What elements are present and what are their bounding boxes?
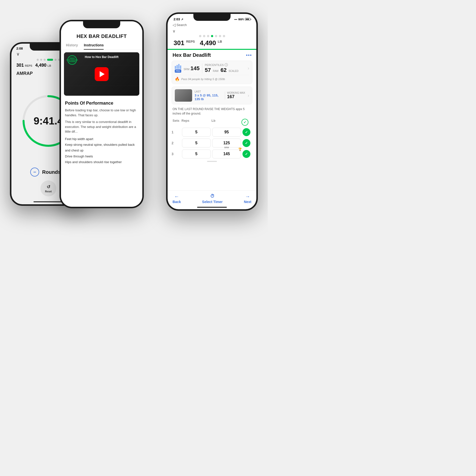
dot-2 — [40, 59, 42, 61]
notch-mid — [83, 21, 120, 28]
home-indicator-left — [33, 201, 63, 202]
instruction-text-1: Before loading trap bar, choose to use l… — [65, 108, 138, 118]
col-sets: Sets — [173, 119, 181, 126]
percentile-values: 57 RAW 62 SCALED — [205, 67, 245, 73]
rdot-4-active — [211, 35, 213, 37]
set-reps-1[interactable]: 5 — [182, 128, 211, 137]
exercise-name-row: Hex Bar Deadlift — [168, 52, 256, 60]
set-lb-3[interactable]: 145 — [212, 149, 241, 158]
divider — [202, 63, 202, 73]
set-reps-3[interactable]: 5 — [182, 149, 211, 158]
bullet-4: Hips and shoulders should rise together — [65, 159, 138, 165]
set-lb-3-wrapper: 145 5RM 🏆 — [212, 149, 241, 158]
pro-badge: PRO — [175, 69, 181, 73]
instructions-content: Points Of Performance Before loading tra… — [61, 98, 142, 207]
set-check-3[interactable]: ✓ — [242, 150, 250, 158]
bullet-2: Keep strong neutral spine, shoulders pul… — [65, 142, 138, 153]
big-stats-right: 301 REPS 4,490 LB — [168, 39, 256, 49]
table-header: Sets Reps Lb ✓ — [168, 118, 256, 127]
col-lb: Lb — [211, 119, 241, 126]
rdot-1 — [199, 35, 201, 37]
dot-4-active — [47, 59, 53, 61]
back-search-label: Search — [177, 23, 187, 27]
video-bg: DREESPERFORMANCETRAINING — [64, 52, 139, 96]
rm-section: 5RM 145 — [184, 65, 200, 72]
back-button[interactable]: ← Back — [173, 194, 181, 204]
rm-percentile-card: PRO 5RM 145 PERCENTILES i — [172, 60, 252, 84]
bottom-nav: ← Back ⏱ Select Timer → Next — [168, 190, 256, 206]
exercise-thumbnail — [175, 89, 192, 102]
page-dots-right — [168, 34, 256, 39]
video-brand-badge: DREESPERFORMANCETRAINING — [67, 55, 77, 65]
dot-1 — [37, 59, 39, 61]
rdot-3 — [207, 35, 209, 37]
last-label: LAST — [195, 90, 220, 93]
status-icons-right: ▪▪▪ WiFi — [234, 18, 250, 21]
stat-reps-left: 301 REPS — [16, 63, 32, 68]
exercise-header-mid: HEX BAR DEADLIFT — [61, 32, 142, 41]
dot-3 — [44, 59, 46, 61]
exercise-name: Hex Bar Deadlift — [173, 52, 211, 58]
video-thumbnail[interactable]: DREESPERFORMANCETRAINING How to Hex Bar … — [64, 52, 139, 96]
green-accent-bar — [168, 49, 256, 50]
more-options-button[interactable] — [246, 55, 251, 56]
chevron-right-icon[interactable]: › — [248, 66, 249, 71]
bullet-1: Feet hip width apart — [65, 136, 138, 142]
tab-instructions[interactable]: Instructions — [84, 41, 104, 50]
next-button[interactable]: → Next — [244, 194, 251, 204]
play-icon — [100, 71, 105, 77]
fire-icon: 🔥 — [175, 77, 180, 81]
rdot-6 — [219, 35, 221, 37]
chevron-down-icon[interactable]: ∨ — [16, 51, 20, 57]
big-stat-reps: 301 REPS — [174, 39, 195, 47]
back-arrow-icon: ◁ — [173, 23, 176, 27]
info-icon[interactable]: i — [225, 63, 228, 66]
fire-row: 🔥 Pass 94 people by hitting 5 @ 150lb — [175, 75, 249, 81]
timer-display: 9:41.4 — [33, 115, 63, 127]
video-title: How to Hex Bar Deadlift — [85, 55, 119, 59]
chevron-down-right[interactable]: ∨ — [168, 29, 256, 34]
set-row-1: 1 5 95 ✓ — [168, 127, 256, 138]
set-lb-1[interactable]: 95 — [212, 128, 241, 137]
back-row[interactable]: ◁ Search — [168, 22, 256, 29]
status-time-right: 2:03 ↗ — [174, 17, 183, 21]
set-row-3: 3 5 145 5RM 🏆 ✓ — [168, 149, 256, 159]
fire-text: Pass 94 people by hitting 5 @ 150lb — [181, 78, 225, 81]
percentile-label: PERCENTILES i — [205, 63, 245, 66]
main-screen: 2:03 ↗ ▪▪▪ WiFi ◁ Search — [168, 14, 256, 209]
chevron-right-last[interactable]: › — [248, 93, 249, 98]
working-max-value: 167 — [227, 94, 245, 99]
reset-icon: ↺ — [47, 184, 50, 190]
next-arrow: → — [245, 194, 250, 199]
tab-history[interactable]: History — [66, 41, 78, 50]
rdot-7 — [223, 35, 225, 37]
last-working-card[interactable]: LAST 3 x 5 @ 95, 115, 135 lb WORKING MAX… — [172, 87, 252, 104]
working-max-section: WORKING MAX 167 — [225, 91, 245, 99]
notch-right — [193, 14, 231, 21]
set-check-1[interactable]: ✓ — [242, 128, 250, 136]
instructions-screen: HEX BAR DEADLIFT History Instructions DR… — [61, 21, 142, 207]
trophy-icon: 🏆 — [238, 148, 242, 151]
timer-label: Select Timer — [202, 200, 223, 204]
percentile-section: PERCENTILES i 57 RAW 62 SCALED — [205, 63, 245, 73]
set-check-2[interactable]: ✓ — [242, 139, 250, 147]
scene: 2:08 ⊕ ∨ 3 — [10, 12, 258, 255]
timer-button[interactable]: ⏱ Select Timer — [202, 194, 223, 204]
set-reps-2[interactable]: 5 — [182, 139, 211, 148]
set-num-3: 3 — [172, 152, 180, 156]
bullet-3: Drive through heels — [65, 153, 138, 159]
reset-label: Reset — [45, 190, 52, 193]
rdot-5 — [215, 35, 217, 37]
battery-icon — [245, 18, 250, 21]
stat-weight-left: 4,490 LB — [35, 63, 51, 68]
play-button[interactable] — [95, 67, 109, 81]
phone-main: 2:03 ↗ ▪▪▪ WiFi ◁ Search — [166, 12, 258, 211]
next-label: Next — [244, 200, 251, 204]
home-indicator-right — [197, 207, 227, 208]
rdot-2 — [203, 35, 205, 37]
rounds-minus-button[interactable]: − — [30, 168, 39, 177]
last-info: LAST 3 x 5 @ 95, 115, 135 lb — [195, 90, 220, 101]
chart-icon-box: PRO — [175, 64, 181, 73]
working-max-label: WORKING MAX — [227, 91, 245, 94]
reset-button[interactable]: ↺ Reset — [40, 180, 56, 196]
